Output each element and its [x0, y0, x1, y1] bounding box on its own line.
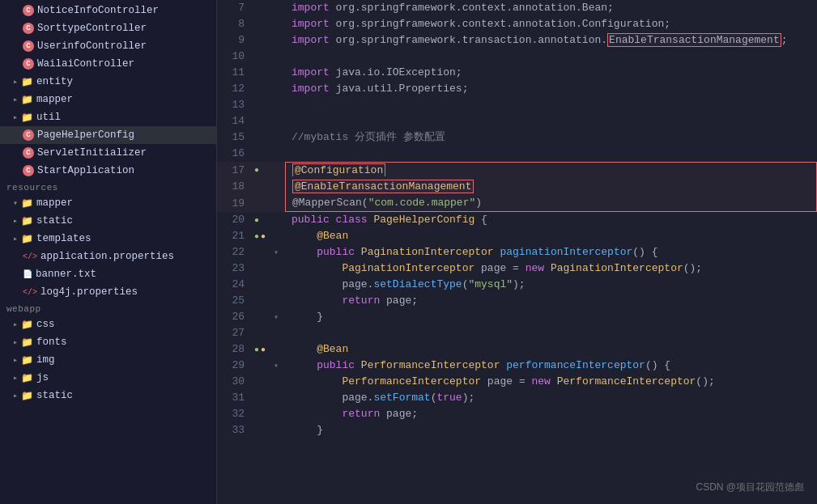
folder-icon: 📁 [21, 354, 33, 366]
fold-arrow[interactable]: ▾ [274, 361, 283, 371]
sidebar-item-application.properties[interactable]: </>application.properties [0, 248, 216, 265]
sidebar-item-PageHelperConfig[interactable]: CPageHelperConfig [0, 126, 216, 144]
code-line: 16 [217, 146, 817, 162]
code-line: 20●public class PageHelperConfig { [217, 212, 817, 228]
line-number: 20 [217, 212, 254, 228]
line-content: @Bean [285, 341, 817, 358]
code-line: 22▾ public PaginationInterceptor paginat… [217, 244, 817, 260]
line-number: 21 [217, 228, 254, 244]
sidebar-item-SorttypeController[interactable]: CSorttypeController [0, 19, 216, 37]
line-number: 27 [217, 325, 254, 341]
code-line: 21●● @Bean [217, 228, 817, 244]
line-content: return page; [285, 406, 817, 422]
line-content: public PerformanceInterceptor performanc… [285, 358, 817, 374]
debug-icon: ● [261, 232, 266, 241]
line-number: 17 [217, 163, 254, 179]
line-content: public PaginationInterceptor paginationI… [285, 244, 817, 260]
gutter-icons: ●● [254, 232, 274, 241]
sidebar-item-ServletInitializer[interactable]: CServletInitializer [0, 144, 216, 162]
folder-toggle: ▾ [13, 198, 18, 208]
debug-icon: ● [261, 345, 266, 354]
sidebar-item-static[interactable]: ▸📁static [0, 212, 216, 230]
sidebar-label: img [36, 354, 55, 366]
fold-arrow[interactable]: ▾ [274, 248, 283, 257]
folder-toggle: ▸ [13, 77, 18, 87]
sidebar-item-StartApplication[interactable]: CStartApplication [0, 162, 216, 180]
run-icon: ● [254, 345, 259, 354]
prop-icon: </> [23, 288, 37, 297]
sidebar-item-static2[interactable]: ▸📁static [0, 387, 216, 404]
line-number: 12 [217, 81, 254, 97]
line-content: //mybatis 分页插件 参数配置 [285, 129, 817, 146]
folder-icon: 📁 [21, 112, 33, 124]
sidebar-item-UserinfoController[interactable]: CUserinfoController [0, 37, 216, 55]
folder-icon: 📁 [21, 372, 33, 384]
folder-toggle: ▸ [13, 216, 18, 226]
sidebar-label: js [36, 372, 49, 383]
line-content: import java.io.IOException; [285, 65, 817, 81]
prop-icon: </> [23, 252, 37, 261]
line-number: 11 [217, 65, 254, 81]
line-content: public class PageHelperConfig { [285, 212, 817, 228]
class-icon: C [23, 5, 34, 16]
code-line: 29▾ public PerformanceInterceptor perfor… [217, 358, 817, 374]
gutter-icons: ●● [254, 345, 274, 354]
line-number: 33 [217, 422, 254, 438]
line-number: 15 [217, 129, 254, 146]
line-content: PerformanceInterceptor page = new Perfor… [285, 374, 817, 390]
code-line: 14 [217, 113, 817, 129]
line-content: @Configuration [285, 162, 817, 179]
sidebar-item-mapper-res[interactable]: ▾📁mapper [0, 194, 216, 212]
code-line: 25 return page; [217, 293, 817, 309]
sidebar-item-css[interactable]: ▸📁css [0, 316, 216, 333]
sidebar-label: static [36, 390, 73, 401]
sidebar-item-img[interactable]: ▸📁img [0, 351, 216, 369]
code-line: 18@EnableTransactionManagement [217, 179, 817, 195]
code-line: 11import java.io.IOException; [217, 65, 817, 81]
sidebar-item-js[interactable]: ▸📁js [0, 369, 216, 387]
code-line: 27 [217, 325, 817, 341]
sidebar-item-mapper[interactable]: ▸📁mapper [0, 91, 216, 108]
folder-toggle: ▸ [13, 337, 18, 347]
sidebar-label: log4j.properties [40, 286, 138, 298]
line-content: @EnableTransactionManagement [285, 179, 817, 195]
folder-icon: 📁 [21, 197, 33, 210]
sidebar-item-banner.txt[interactable]: 📄banner.txt [0, 265, 216, 283]
line-content: } [285, 422, 817, 438]
sidebar-label: UserinfoController [37, 40, 147, 52]
sidebar-label: fonts [36, 337, 67, 348]
line-content: PaginationInterceptor page = new Paginat… [285, 260, 817, 277]
line-content: } [285, 309, 817, 325]
sidebar-item-NoticeInfoController[interactable]: CNoticeInfoController [0, 2, 216, 19]
sidebar: CNoticeInfoControllerCSorttypeController… [0, 0, 217, 504]
line-number: 29 [217, 358, 254, 374]
sidebar-item-log4j.properties[interactable]: </>log4j.properties [0, 283, 216, 301]
gutter-icons: ● [254, 216, 274, 225]
line-number: 28 [217, 341, 254, 358]
line-content: page.setDialectType("mysql"); [285, 277, 817, 293]
run-icon: ● [254, 166, 259, 175]
sidebar-item-entity[interactable]: ▸📁entity [0, 73, 216, 91]
sidebar-label: ServletInitializer [37, 147, 147, 159]
code-line: 32 return page; [217, 406, 817, 422]
sidebar-item-WailaiController[interactable]: CWailaiController [0, 55, 216, 73]
fold-arrow[interactable]: ▾ [274, 312, 283, 322]
line-content: import java.util.Properties; [285, 81, 817, 97]
sidebar-item-util[interactable]: ▸📁util [0, 108, 216, 126]
sidebar-item-fonts[interactable]: ▸📁fonts [0, 333, 216, 351]
sidebar-section-webapp-section: webapp [0, 301, 216, 316]
sidebar-label: mapper [36, 94, 73, 105]
sidebar-label: WailaiController [37, 58, 134, 70]
line-number: 24 [217, 277, 254, 293]
line-content: return page; [285, 293, 817, 309]
sidebar-label: NoticeInfoController [37, 5, 159, 16]
folder-icon: 📁 [21, 94, 33, 106]
line-number: 10 [217, 49, 254, 65]
line-number: 7 [217, 0, 254, 16]
folder-icon: 📁 [21, 76, 33, 88]
folder-toggle: ▸ [13, 373, 18, 383]
sidebar-item-templates[interactable]: ▸📁templates [0, 230, 216, 248]
folder-icon: 📁 [21, 233, 33, 245]
code-line: 12import java.util.Properties; [217, 81, 817, 97]
folder-toggle: ▸ [13, 95, 18, 104]
